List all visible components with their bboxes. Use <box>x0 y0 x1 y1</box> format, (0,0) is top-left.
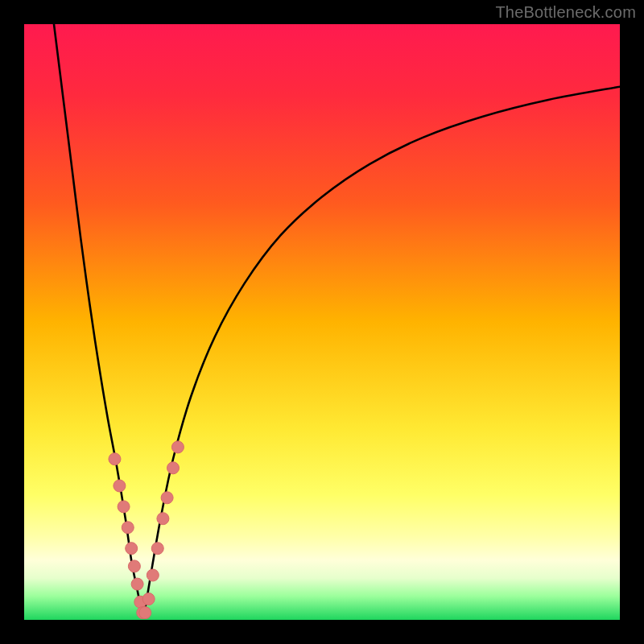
marker-point <box>161 492 173 504</box>
marker-point <box>109 453 121 465</box>
curve-layer <box>24 24 620 620</box>
marker-point <box>131 578 143 590</box>
marker-point <box>171 441 184 453</box>
marker-group <box>109 441 184 619</box>
marker-point <box>118 501 130 513</box>
marker-point <box>167 462 180 474</box>
marker-point <box>126 543 138 555</box>
marker-point <box>142 593 155 605</box>
marker-point <box>122 522 134 534</box>
right-branch <box>143 87 620 617</box>
marker-point <box>139 607 151 619</box>
marker-point <box>128 560 140 572</box>
marker-point <box>147 569 159 581</box>
chart-frame: TheBottleneck.com <box>0 0 644 644</box>
watermark-text: TheBottleneck.com <box>495 3 636 22</box>
marker-point <box>114 480 126 492</box>
marker-point <box>157 513 169 525</box>
marker-point <box>151 543 163 555</box>
plot-area <box>24 24 620 620</box>
